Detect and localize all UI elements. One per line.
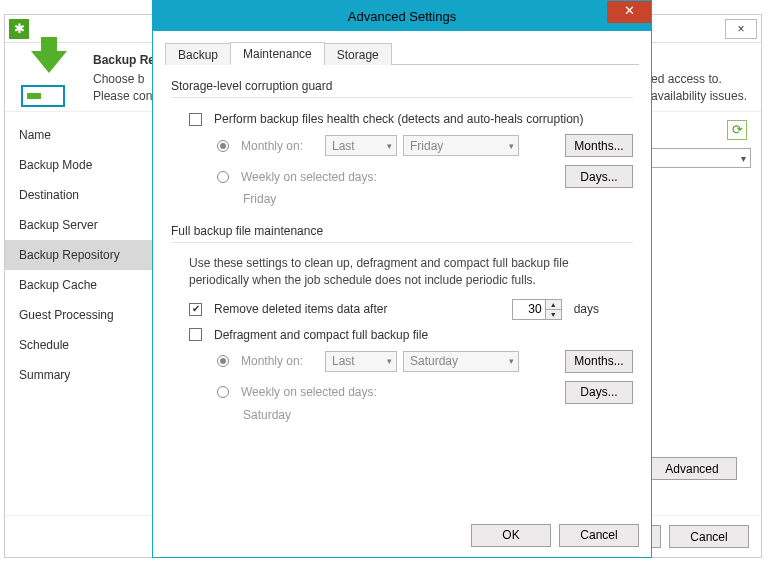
dialog-close-button[interactable]: ✕: [607, 1, 651, 23]
sidebar-item-summary[interactable]: Summary: [5, 360, 167, 390]
dialog-title: Advanced Settings: [348, 9, 456, 24]
tab-backup[interactable]: Backup: [165, 43, 231, 65]
guard-weekly-label: Weekly on selected days:: [241, 170, 377, 184]
health-check-row[interactable]: Perform backup files health check (detec…: [171, 108, 633, 130]
dialog-tabs: Backup Maintenance Storage: [165, 41, 639, 65]
chevron-down-icon: ▾: [741, 153, 746, 164]
full-maintenance-desc: Use these settings to clean up, defragme…: [171, 253, 633, 295]
guard-months-button[interactable]: Months...: [565, 134, 633, 157]
section-corruption-guard: Storage-level corruption guard: [171, 79, 633, 93]
remove-days-spinner[interactable]: ▲▼: [512, 299, 562, 320]
sidebar-item-destination[interactable]: Destination: [5, 180, 167, 210]
defrag-weekly-label: Weekly on selected days:: [241, 385, 377, 399]
tab-maintenance[interactable]: Maintenance: [230, 42, 325, 65]
wizard-sidebar: Name Backup Mode Destination Backup Serv…: [5, 112, 167, 515]
health-check-checkbox[interactable]: [189, 113, 202, 126]
remove-deleted-row[interactable]: ✔ Remove deleted items data after ▲▼ day…: [171, 295, 633, 324]
guard-occurrence-dropdown[interactable]: Last▾: [325, 135, 397, 156]
wizard-close-button[interactable]: ×: [725, 19, 757, 39]
defrag-weekly-radio[interactable]: [217, 386, 229, 398]
sidebar-item-backup-server[interactable]: Backup Server: [5, 210, 167, 240]
sidebar-item-guest-processing[interactable]: Guest Processing: [5, 300, 167, 330]
defrag-day-dropdown[interactable]: Saturday▾: [403, 351, 519, 372]
remove-deleted-label: Remove deleted items data after: [214, 302, 387, 316]
defrag-months-button[interactable]: Months...: [565, 350, 633, 373]
sidebar-item-backup-mode[interactable]: Backup Mode: [5, 150, 167, 180]
backup-icon: [19, 51, 79, 101]
defrag-checkbox[interactable]: [189, 328, 202, 341]
sidebar-item-schedule[interactable]: Schedule: [5, 330, 167, 360]
gear-icon: ✱: [9, 19, 29, 39]
dialog-titlebar: Advanced Settings ✕: [153, 1, 651, 31]
chevron-down-icon: ▾: [387, 356, 392, 366]
dialog-cancel-button[interactable]: Cancel: [559, 524, 639, 547]
guard-days-button[interactable]: Days...: [565, 165, 633, 188]
sidebar-item-backup-cache[interactable]: Backup Cache: [5, 270, 167, 300]
spin-up[interactable]: ▲: [546, 300, 561, 310]
defrag-label: Defragment and compact full backup file: [214, 328, 428, 342]
tab-storage[interactable]: Storage: [324, 43, 392, 65]
refresh-icon[interactable]: ⟳: [727, 120, 747, 140]
chevron-down-icon: ▾: [509, 356, 514, 366]
guard-day-dropdown[interactable]: Friday▾: [403, 135, 519, 156]
cancel-button[interactable]: Cancel: [669, 525, 749, 548]
dialog-footer: OK Cancel: [153, 513, 651, 557]
defrag-weekly-value: Saturday: [171, 408, 633, 426]
section-full-maintenance: Full backup file maintenance: [171, 224, 633, 238]
guard-weekly-value: Friday: [171, 192, 633, 210]
spin-down[interactable]: ▼: [546, 310, 561, 319]
sidebar-item-backup-repository[interactable]: Backup Repository: [5, 240, 167, 270]
chevron-down-icon: ▾: [509, 141, 514, 151]
sidebar-item-name[interactable]: Name: [5, 120, 167, 150]
defrag-row[interactable]: Defragment and compact full backup file: [171, 324, 633, 346]
health-check-label: Perform backup files health check (detec…: [214, 112, 584, 126]
remove-days-input[interactable]: [513, 300, 545, 319]
chevron-down-icon: ▾: [387, 141, 392, 151]
defrag-occurrence-dropdown[interactable]: Last▾: [325, 351, 397, 372]
defrag-monthly-label: Monthly on:: [241, 354, 319, 368]
advanced-button[interactable]: Advanced: [647, 457, 737, 480]
guard-monthly-radio[interactable]: [217, 140, 229, 152]
ok-button[interactable]: OK: [471, 524, 551, 547]
guard-weekly-radio[interactable]: [217, 171, 229, 183]
defrag-days-button[interactable]: Days...: [565, 381, 633, 404]
days-word: days: [574, 302, 599, 316]
remove-deleted-checkbox[interactable]: ✔: [189, 303, 202, 316]
guard-monthly-label: Monthly on:: [241, 139, 319, 153]
advanced-settings-dialog: Advanced Settings ✕ Backup Maintenance S…: [152, 0, 652, 558]
defrag-monthly-radio[interactable]: [217, 355, 229, 367]
